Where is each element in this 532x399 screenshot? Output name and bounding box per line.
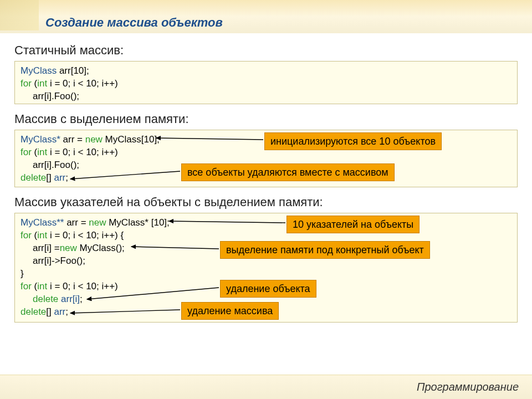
token-keyword: int xyxy=(37,230,47,241)
token-keyword: delete xyxy=(21,172,46,183)
token: ; xyxy=(80,294,83,304)
token-keyword: int xyxy=(37,147,47,157)
callout-del-arr: удаление массива xyxy=(181,302,279,320)
token-keyword: for xyxy=(21,78,32,89)
code-line: } xyxy=(21,268,511,280)
token-keyword: delete xyxy=(33,294,58,304)
token: } xyxy=(21,268,24,279)
footer-text: Программирование xyxy=(417,381,519,393)
token: [] xyxy=(46,172,54,183)
token: i = 0; i < 10; i++) { xyxy=(47,230,124,241)
footer-band: Программирование xyxy=(0,375,532,399)
token-keyword: int xyxy=(37,78,47,89)
section3-label: Массив указателей на объекты с выделение… xyxy=(14,195,518,209)
token: MyClass[10]; xyxy=(103,134,160,145)
token-var: arr xyxy=(54,172,66,183)
callout-init-all: инициализируются все 10 объектов xyxy=(264,132,442,150)
token-keyword: new xyxy=(60,243,77,253)
header-decoration xyxy=(0,0,39,30)
callout-delete-all: все объекты удаляются вместе с массивом xyxy=(181,163,395,181)
token: ( xyxy=(32,281,37,291)
token: ( xyxy=(32,230,37,241)
token: [] xyxy=(46,306,54,317)
code-line: arr[i].Foo(); xyxy=(21,90,511,103)
token: arr[i].Foo(); xyxy=(21,90,79,103)
code-line: for (int i = 0; i < 10; i++) xyxy=(21,78,511,90)
token-keyword: new xyxy=(85,134,103,145)
token: ; xyxy=(65,306,68,317)
token: i = 0; i < 10; i++) xyxy=(47,147,118,157)
code-line: for (int i = 0; i < 10; i++) { xyxy=(21,229,511,242)
slide-content: Статичный массив: MyClass arr[10]; for (… xyxy=(0,33,532,323)
token: ( xyxy=(32,78,37,89)
token: i = 0; i < 10; i++) xyxy=(47,281,118,291)
section1-label: Статичный массив: xyxy=(14,43,518,58)
callout-ptr-count: 10 указателей на объекты xyxy=(287,216,420,233)
token: ; xyxy=(65,172,68,183)
token-type: MyClass** xyxy=(21,217,64,228)
token-var: arr xyxy=(54,306,66,317)
code-line: MyClass arr[10]; xyxy=(21,65,511,78)
token: arr[i]->Foo(); xyxy=(21,255,85,268)
section2-label: Массив с выделением памяти: xyxy=(14,112,518,126)
token: arr[i] = xyxy=(21,242,60,255)
token: ( xyxy=(32,147,37,157)
token: arr[i].Foo(); xyxy=(21,159,79,172)
code-box-alloc: MyClass* arr = new MyClass[10]; for (int… xyxy=(14,130,518,187)
token-keyword: new xyxy=(89,217,106,228)
token-var: arr[i] xyxy=(61,294,80,304)
token: i = 0; i < 10; i++) xyxy=(47,78,118,89)
token: arr = xyxy=(60,134,85,145)
code-box-ptr: MyClass** arr = new MyClass* [10]; for (… xyxy=(14,213,518,323)
token-type: MyClass* xyxy=(21,134,60,145)
token-keyword: int xyxy=(37,281,47,291)
token: MyClass(); xyxy=(77,243,125,253)
callout-alloc-each: выделение памяти под конкретный объект xyxy=(220,241,430,259)
token-keyword: delete xyxy=(21,306,46,317)
code-line: MyClass** arr = new MyClass* [10]; xyxy=(21,217,511,229)
header-band: Создание массива объектов xyxy=(0,0,532,33)
token-type: MyClass xyxy=(21,65,57,76)
token-keyword: for xyxy=(21,281,32,291)
slide-title: Создание массива объектов xyxy=(45,16,223,30)
code-box-static: MyClass arr[10]; for (int i = 0; i < 10;… xyxy=(14,61,518,104)
token: arr = xyxy=(64,217,89,228)
token: MyClass* [10]; xyxy=(106,217,169,228)
token: arr[10]; xyxy=(57,65,89,76)
token-keyword: for xyxy=(21,230,32,241)
token-keyword: for xyxy=(21,147,32,157)
callout-del-obj: удаление объекта xyxy=(220,280,316,298)
